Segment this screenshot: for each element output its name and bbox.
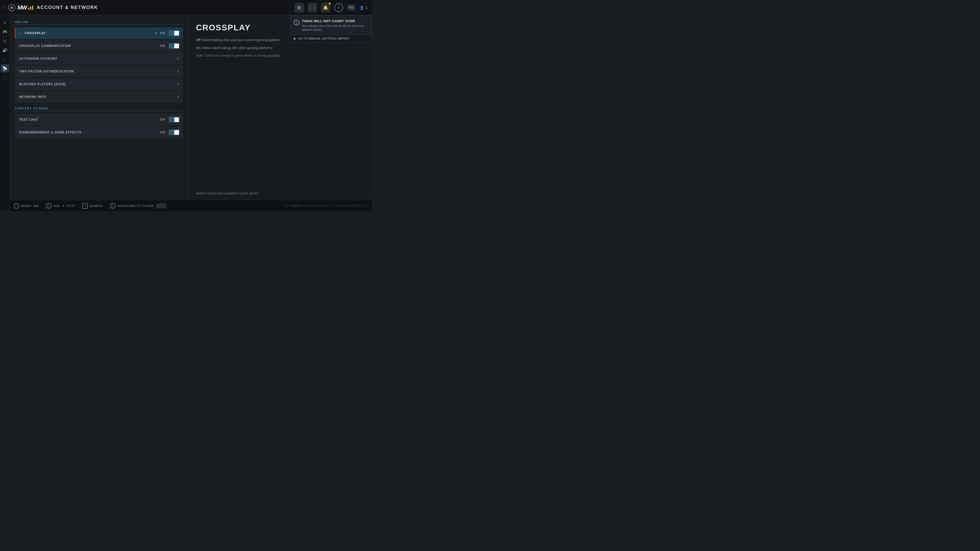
network-info-row[interactable]: NETWORK INFO ↗: [15, 91, 183, 103]
sidebar-icon-audio[interactable]: 🔊: [1, 46, 9, 54]
reset-tab-label: RESET TAB: [21, 204, 39, 207]
info-icon: i: [294, 20, 299, 25]
external-link-icon: ↗: [177, 57, 180, 61]
top-right-controls: ⊞ ⋮⋮ 🔔 9 R3 👤 1: [294, 3, 368, 12]
activision-account-row[interactable]: ACTIVISION ACCOUNT ↗: [15, 53, 183, 65]
blocked-players-label: BLOCKED PLAYERS [0/200]: [19, 83, 177, 86]
crossplay-row[interactable]: ✕ CROSSPLAY ★ ON: [15, 27, 183, 39]
notification-header: i TINGS WILL NOT CARRY OVER Any changes …: [290, 16, 371, 35]
accessibility-filter-button[interactable]: △ ACCESSIBILITY FILTER: [110, 203, 165, 209]
dismemberment-toggle[interactable]: [169, 130, 180, 135]
content-filters-header: CONTENT FILTERS: [15, 107, 183, 111]
search-label: SEARCH: [89, 204, 103, 207]
search-icon: □: [82, 203, 88, 209]
network-info-label: NETWORK INFO: [19, 95, 177, 99]
accessibility-label: ACCESSIBILITY FILTER: [118, 204, 154, 207]
accessibility-icon: △: [110, 203, 116, 209]
reset-icon: ○: [14, 203, 19, 209]
friends-count: 1: [366, 6, 368, 10]
detail-panel: CROSSPLAY Off: Matchmaking only uses you…: [188, 15, 372, 211]
notification-text-block: TINGS WILL NOT CARRY OVER Any changes do…: [302, 19, 368, 32]
sidebar-icon-extra[interactable]: ⬡: [1, 73, 9, 82]
two-factor-auth-row[interactable]: TWO-FACTOR AUTHENTICATION ↗: [15, 65, 183, 77]
accessibility-toggle[interactable]: [156, 203, 165, 208]
text-chat-row[interactable]: TEXT CHAT ON: [15, 114, 183, 125]
online-section-header: ONLINE: [15, 21, 183, 25]
player-count: 👤 1: [360, 6, 368, 10]
external-link-icon: ↗: [177, 95, 180, 99]
detail-on-label: On:: [196, 46, 201, 50]
crossplay-communication-label: CROSSPLAY COMMUNICATION: [19, 44, 160, 48]
bars-icon: [28, 6, 33, 10]
crossplay-toggle-switch[interactable]: [169, 30, 180, 36]
detail-desc-on: On: Allow matchmaking with other gaming …: [196, 45, 364, 51]
mw-logo: MW: [18, 4, 33, 11]
reset-tab-button[interactable]: ○ RESET TAB: [14, 203, 39, 209]
action-arrow-icon: ▶: [294, 37, 296, 40]
prestige-label: R3: [349, 6, 353, 10]
sidebar-icon-hud[interactable]: ▤: [1, 37, 9, 45]
record-icon: [8, 4, 15, 11]
external-link-icon: ↗: [177, 69, 180, 73]
text-chat-toggle[interactable]: [169, 117, 180, 122]
sidebar-icon-star[interactable]: ★: [1, 18, 9, 27]
crossplay-communication-value: ON: [160, 44, 165, 48]
notification-bell-btn[interactable]: 🔔: [321, 3, 330, 12]
blocked-players-row[interactable]: BLOCKED PLAYERS [0/200] ↗: [15, 78, 183, 90]
notification-body: Any changes done from now on will not ca…: [302, 24, 368, 32]
crossplay-communication-toggle-switch[interactable]: [169, 43, 180, 49]
star-icon: ★: [155, 32, 158, 35]
level-circle: 9: [334, 3, 343, 12]
close-icon: ✕: [19, 31, 22, 35]
two-factor-auth-label: TWO-FACTOR AUTHENTICATION: [19, 70, 177, 73]
text-chat-toggle-switch[interactable]: [169, 117, 180, 122]
top-bar: ‹ MW ACCOUNT & NETWORK ⊞ ⋮⋮ 🔔 9 R3 👤 1: [0, 0, 372, 15]
player-level: 9: [338, 6, 339, 9]
page-title: ACCOUNT & NETWORK: [37, 5, 98, 10]
detail-off-text: Matchmaking only uses your current gamin…: [202, 38, 281, 42]
settings-icon-btn[interactable]: ⊞: [294, 3, 304, 12]
notification-action-btn[interactable]: ▶ GO TO MANUAL SETTINGS IMPORT: [290, 35, 371, 42]
detail-spacer: [196, 63, 364, 192]
detail-off-label: Off:: [196, 38, 201, 42]
back-button[interactable]: ‹: [4, 5, 6, 10]
text-chat-label: TEXT CHAT: [19, 118, 160, 121]
crossplay-communication-row[interactable]: CROSSPLAY COMMUNICATION ON: [15, 40, 183, 52]
dismemberment-value: ON: [160, 130, 165, 134]
crossplay-value: ON: [160, 32, 165, 35]
content-filters-section: CONTENT FILTERS TEXT CHAT ON DISMEMBERME…: [15, 107, 183, 138]
detail-note: Note: Cannot be changed in game lobbies …: [196, 53, 364, 58]
star-count: ★ (8/15): [62, 204, 75, 207]
settings-panel: ONLINE ✕ CROSSPLAY ★ ON CROSSPLAY COMMUN…: [10, 15, 188, 211]
prestige-badge: R3: [347, 5, 355, 11]
activision-account-label: ACTIVISION ACCOUNT: [19, 57, 177, 60]
notification-title: TINGS WILL NOT CARRY OVER: [302, 19, 368, 23]
mw-logo-text: MW: [18, 4, 27, 11]
add-label: ADD: [53, 204, 60, 207]
add-button[interactable]: △ ADD ★ (8/15): [46, 203, 75, 209]
detail-on-text: Allow matchmaking with other gaming plat…: [202, 46, 273, 50]
external-link-icon: ↗: [177, 82, 180, 86]
bottom-bar: ○ RESET TAB △ ADD ★ (8/15) □ SEARCH △ AC…: [10, 200, 372, 211]
sidebar-icon-controller[interactable]: 🎮: [1, 27, 9, 36]
friends-icon: 👤: [360, 6, 364, 10]
add-icon: △: [46, 203, 52, 209]
crossplay-toggle[interactable]: [169, 30, 180, 36]
dismemberment-toggle-switch[interactable]: [169, 130, 180, 135]
crossplay-label: CROSSPLAY: [25, 32, 155, 35]
sidebar-icon-display[interactable]: ▭: [1, 55, 9, 63]
main-layout: ★ 🎮 ▤ 🔊 ▭ 📡 ⬡ ONLINE ✕ CROSSPLAY ★ ON CR…: [0, 15, 372, 211]
dismemberment-row[interactable]: DISMEMBERMENT & GORE EFFECTS ON: [15, 127, 183, 138]
notification-banner: i TINGS WILL NOT CARRY OVER Any changes …: [290, 15, 372, 43]
crossplay-communication-toggle[interactable]: [169, 43, 180, 49]
notification-action-label: GO TO MANUAL SETTINGS IMPORT: [298, 37, 349, 40]
dismemberment-label: DISMEMBERMENT & GORE EFFECTS: [19, 130, 160, 134]
debug-text: 10.1.16466410 [43:205:10124+11:A] T [720…: [285, 205, 368, 207]
sidebar-icon-network[interactable]: 📡: [1, 64, 9, 73]
search-button[interactable]: □ SEARCH: [82, 203, 103, 209]
text-chat-value: ON: [160, 118, 165, 121]
network-note: Network details only available in public…: [196, 192, 364, 195]
notification-dot: [329, 3, 331, 5]
grid-icon-btn[interactable]: ⋮⋮: [308, 3, 317, 12]
sidebar-icons: ★ 🎮 ▤ 🔊 ▭ 📡 ⬡: [0, 15, 10, 211]
